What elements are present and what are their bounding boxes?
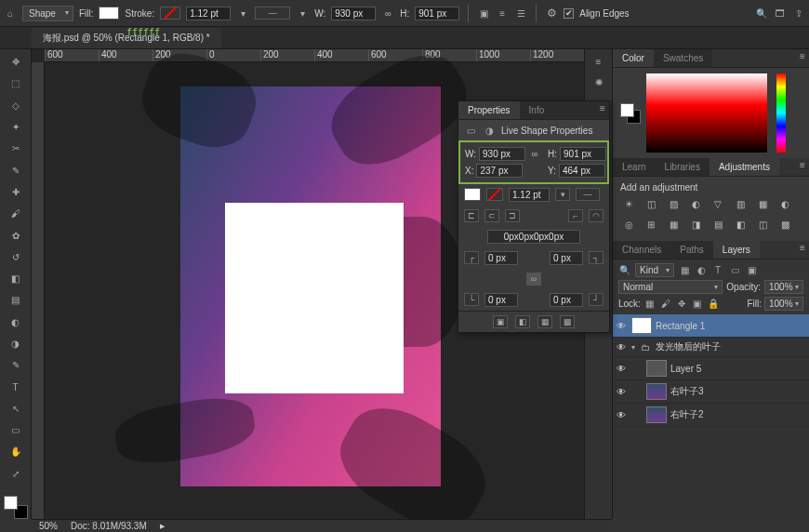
prop-y-input[interactable] [559, 164, 605, 178]
pathop-combine-icon[interactable]: ▣ [477, 7, 490, 20]
layer-thumb[interactable] [646, 360, 667, 377]
tab-learn[interactable]: Learn [613, 158, 656, 176]
history-icon[interactable]: ≡ [592, 55, 605, 68]
tool-zoom[interactable]: ⤢ [7, 465, 25, 483]
properties-panel[interactable]: Properties Info ≡ ▭ ◑ Live Shape Propert… [458, 100, 610, 333]
sat-icon[interactable]: ▦ [754, 196, 771, 211]
bw-icon[interactable]: ◐ [776, 196, 793, 211]
chevron-right-icon[interactable]: ▶ [160, 523, 165, 530]
stroke-type[interactable]: — [576, 188, 600, 201]
photo-icon[interactable]: ◎ [620, 217, 637, 232]
stroke-swatch[interactable] [160, 7, 180, 20]
tool-dodge[interactable]: ◑ [7, 335, 25, 352]
lock-pos-icon[interactable]: ✥ [675, 298, 688, 311]
tool-mode-select[interactable]: Shape [22, 6, 73, 21]
filter-shape-icon[interactable]: ▭ [728, 264, 741, 277]
tool-blur[interactable]: ◐ [7, 313, 25, 331]
cap-butt[interactable]: ⊏ [464, 209, 479, 222]
gear-icon[interactable]: ⚙ [545, 7, 558, 20]
brightness-icon[interactable]: ☀ [620, 196, 637, 211]
tab-swatches[interactable]: Swatches [654, 49, 712, 67]
vibrance-icon[interactable]: ▽ [710, 196, 726, 211]
lut-icon[interactable]: ▦ [665, 217, 682, 232]
join-round[interactable]: ◠ [589, 209, 603, 222]
tool-pen[interactable]: ✎ [7, 356, 25, 374]
filter-text-icon[interactable]: T [711, 264, 724, 277]
tool-eraser[interactable]: ◧ [7, 270, 25, 287]
stroke-swatch[interactable] [486, 188, 503, 201]
filter-kind-select[interactable]: Kind [635, 263, 674, 277]
panel-menu-icon[interactable]: ≡ [796, 241, 809, 254]
layer-row[interactable]: 👁 Rectangle 1 [613, 314, 809, 338]
selcolor-icon[interactable]: ▩ [776, 217, 793, 232]
tool-path[interactable]: ↖ [7, 400, 25, 418]
lock-art-icon[interactable]: ▣ [691, 298, 704, 311]
layer-name[interactable]: Layer 5 [670, 364, 701, 374]
tool-wand[interactable]: ✦ [7, 118, 25, 136]
tool-eyedropper[interactable]: ✎ [7, 161, 25, 179]
tool-marquee[interactable]: ⬚ [7, 74, 25, 92]
visibility-icon[interactable]: 👁 [617, 410, 628, 420]
filter-smart-icon[interactable]: ▣ [745, 264, 758, 277]
gradmap-icon[interactable]: ◫ [754, 217, 771, 232]
screenmode-icon[interactable]: 🗖 [774, 7, 787, 20]
arrange-icon[interactable]: ☰ [514, 7, 527, 20]
stroke-type-select[interactable]: — [255, 7, 290, 20]
tool-text[interactable]: T [7, 378, 25, 395]
link-icon[interactable]: ∞ [526, 273, 541, 286]
fold-icon[interactable]: ▾ [631, 343, 635, 352]
prop-h-input[interactable] [560, 147, 606, 161]
fill-swatch[interactable] [99, 7, 119, 20]
corner-box-input[interactable] [487, 230, 580, 244]
stroke-width-input[interactable] [186, 7, 231, 20]
color-field[interactable] [646, 73, 767, 153]
layer-row[interactable]: 👁 右叶子3 [613, 380, 809, 404]
zoom-level[interactable]: 50% [39, 521, 58, 531]
link-icon[interactable]: ∞ [381, 7, 394, 20]
doc-size[interactable]: Doc: 8.01M/93.3M [71, 521, 147, 531]
invert-icon[interactable]: ◨ [687, 217, 704, 232]
stroke-width[interactable] [509, 188, 550, 202]
search-icon[interactable]: 🔍 [755, 7, 768, 20]
layer-row[interactable]: 👁 右叶子2 [613, 404, 809, 427]
corner-bl-input[interactable] [484, 293, 518, 307]
layer-row[interactable]: 👁 ▾ 🗀 发光物后的叶子 [613, 338, 809, 357]
cap-square[interactable]: ⊐ [505, 209, 520, 222]
tool-brush[interactable]: 🖌 [7, 205, 25, 222]
tool-shape[interactable]: ▭ [7, 421, 25, 439]
layer-thumb[interactable] [646, 383, 667, 400]
visibility-icon[interactable]: 👁 [617, 342, 628, 352]
curves-icon[interactable]: ▨ [665, 196, 682, 211]
levels-icon[interactable]: ◫ [643, 196, 659, 211]
lock-all-icon[interactable]: 🔒 [707, 298, 720, 311]
pathop-intersect[interactable]: ▦ [537, 315, 552, 328]
visibility-icon[interactable]: 👁 [617, 387, 628, 397]
chevron-down-icon[interactable]: ▾ [236, 7, 249, 20]
tool-crop[interactable]: ✂ [7, 140, 25, 157]
chevron-down-icon[interactable]: ▾ [555, 188, 570, 201]
tab-libraries[interactable]: Libraries [656, 158, 710, 176]
lock-paint-icon[interactable]: 🖌 [659, 298, 672, 311]
join-miter[interactable]: ⌐ [568, 209, 583, 222]
layer-name[interactable]: 右叶子2 [670, 408, 704, 421]
panel-menu-icon[interactable]: ≡ [596, 101, 609, 114]
filter-adj-icon[interactable]: ◐ [695, 264, 708, 277]
layer-thumb[interactable] [646, 406, 667, 423]
filter-pixel-icon[interactable]: ▦ [678, 264, 691, 277]
chevron-down-icon[interactable]: ▾ [296, 7, 309, 20]
width-input[interactable] [331, 7, 376, 20]
opacity-input[interactable]: 100% [764, 280, 803, 294]
tool-history[interactable]: ↺ [7, 248, 25, 266]
tab-channels[interactable]: Channels [613, 241, 670, 259]
corner-tl[interactable]: ┌ [464, 251, 479, 264]
rectangle-1-shape[interactable] [225, 203, 404, 393]
corner-tr[interactable]: ┐ [589, 251, 603, 264]
search-icon[interactable]: 🔍 [618, 264, 631, 277]
tab-info[interactable]: Info [520, 101, 554, 119]
foreground-color[interactable] [4, 496, 18, 510]
align-icon[interactable]: ≡ [496, 7, 509, 20]
layer-name[interactable]: 发光物后的叶子 [656, 340, 721, 353]
height-input[interactable] [415, 7, 459, 20]
blend-mode-select[interactable]: Normal [618, 280, 723, 294]
pathop-subtract[interactable]: ◧ [515, 315, 530, 328]
